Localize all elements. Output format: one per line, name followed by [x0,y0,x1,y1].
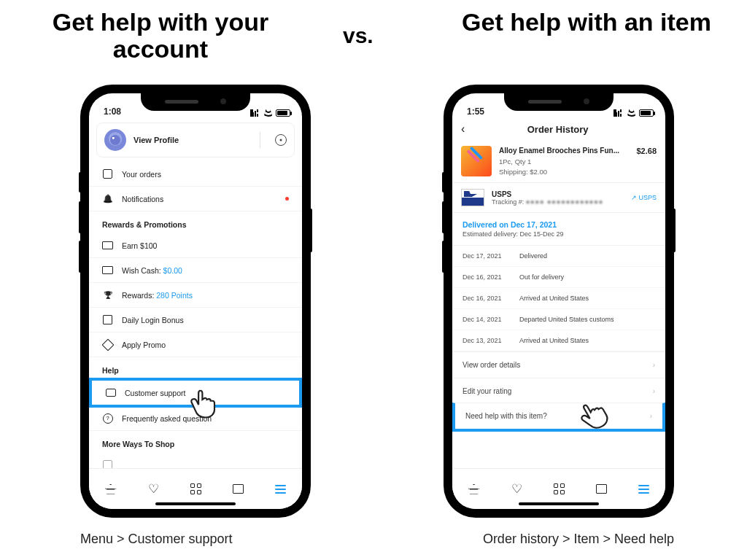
tracking-event-row: Dec 16, 2021Out for delivery [452,267,665,288]
earn-row[interactable]: Earn $100 [89,233,302,258]
view-profile-label: View Profile [133,136,245,144]
home-indicator [519,502,599,505]
settings-icon[interactable] [275,134,287,146]
nav-header: ‹ Order History [452,118,665,140]
your-orders-row[interactable]: Your orders [89,162,302,187]
question-icon [102,413,113,424]
signal-icon [614,109,624,117]
grid-icon [190,483,201,494]
product-name: Alloy Enamel Brooches Pins Fun... [499,146,619,157]
grid-icon [554,483,565,494]
heading-right: Get help with an item [448,9,725,36]
cart-icon [233,484,244,494]
tab-home[interactable] [105,484,117,494]
product-shipping: Shipping: $2.00 [499,167,657,176]
tab-bar [452,468,665,509]
bell-icon [102,193,113,204]
tab-home[interactable] [468,484,480,494]
delivery-status: Delivered on Dec 17, 2021 [462,220,655,229]
tab-cart[interactable] [596,484,607,494]
delivery-estimate: Estimated delivery: Dec 15-Dec 29 [462,230,655,238]
status-time: 1:55 [467,106,484,117]
daily-login-label: Daily Login Bonus [122,316,184,324]
delivery-status-block: Delivered on Dec 17, 2021 Estimated deli… [452,213,665,246]
more-ways-section-title: More Ways To Shop [89,431,302,453]
notification-dot-icon [285,197,289,201]
notifications-label: Notifications [122,195,163,203]
tab-bar [89,468,302,509]
caption-left: Menu > Customer support [80,532,233,547]
help-section-title: Help [89,357,302,379]
tab-menu[interactable] [638,485,649,494]
notifications-row[interactable]: Notifications [89,187,302,211]
list-icon [102,168,113,179]
apply-promo-label: Apply Promo [122,341,166,349]
tag-icon [102,339,113,350]
wifi-icon [627,109,636,117]
home-indicator [155,502,236,505]
menu-icon [275,485,286,494]
apply-promo-row[interactable]: Apply Promo [89,332,302,357]
wifi-icon [263,109,273,117]
tab-wishlist[interactable] [148,481,159,497]
home-icon [105,484,117,494]
faq-row[interactable]: Frequently asked question [89,406,302,431]
avatar-icon [104,129,126,151]
cart-icon [596,484,607,494]
rewards-row[interactable]: Rewards: 280 Points [89,283,302,308]
status-time: 1:08 [104,106,121,117]
tab-wishlist[interactable] [511,481,522,497]
customer-support-row[interactable]: Customer support [89,378,302,408]
view-order-details-row[interactable]: View order details › [452,351,665,378]
customer-support-label: Customer support [125,389,185,397]
chevron-right-icon: › [653,387,655,395]
caption-right: Order history > Item > Need help [483,532,674,547]
heart-icon [511,481,522,496]
profile-bar[interactable]: View Profile [96,122,295,158]
tracking-event-row: Dec 17, 2021Delivered [452,246,665,267]
usps-logo-icon [461,189,484,206]
tab-menu[interactable] [275,485,286,494]
product-row[interactable]: Alloy Enamel Brooches Pins Fun... $2.68 … [452,140,665,182]
carrier-name: USPS [492,190,603,198]
wish-cash-row[interactable]: Wish Cash: $0.00 [89,258,302,283]
calendar-icon [102,314,113,325]
need-help-label: Need help with this item? [465,412,547,420]
phone-left-screen: 1:08 View Profile Your orders Notificati… [89,93,302,509]
wish-cash-label: Wish Cash: $0.00 [122,266,182,275]
carrier-link[interactable]: ↗ USPS [631,194,657,201]
view-order-details-label: View order details [462,361,520,369]
tracking-event-row: Dec 16, 2021Arrived at United States [452,288,665,309]
trophy-icon [102,289,113,300]
faq-label: Frequently asked question [122,414,212,423]
phone-right: 1:55 ‹ Order History Alloy Enamel Brooch… [444,85,674,518]
cash-icon [102,265,113,276]
carrier-row[interactable]: USPS Tracking #: ●●●● ●●●●●●●●●●●● ↗ USP… [452,182,665,213]
your-orders-label: Your orders [122,170,161,179]
chevron-right-icon: › [653,361,655,369]
battery-icon [276,109,290,117]
edit-rating-label: Edit your rating [462,387,511,395]
chat-icon [105,387,116,398]
heading-vs: vs. [343,23,374,47]
menu-icon [638,485,649,494]
tracking-event-row: Dec 13, 2021Arrived at United States [452,330,665,351]
rewards-label: Rewards: 280 Points [122,291,193,300]
phone-left: 1:08 View Profile Your orders Notificati… [80,85,311,518]
edit-rating-row[interactable]: Edit your rating › [452,378,665,404]
tracking-event-row: Dec 14, 2021Departed United States custo… [452,309,665,330]
need-help-row[interactable]: Need help with this item? › [452,402,665,432]
chevron-right-icon: › [650,412,652,420]
product-qty: 1Pc, Qty 1 [499,157,657,166]
mail-icon [102,240,113,251]
tab-categories[interactable] [554,483,565,494]
signal-icon [250,109,260,117]
heading-left: Get help with your account [22,9,299,63]
heart-icon [148,481,159,496]
tracking-number: Tracking #: ●●●● ●●●●●●●●●●●● [492,198,603,206]
tab-categories[interactable] [190,483,201,494]
tab-cart[interactable] [233,484,244,494]
daily-login-row[interactable]: Daily Login Bonus [89,308,302,332]
product-price: $2.68 [636,146,657,157]
home-icon [468,484,480,494]
